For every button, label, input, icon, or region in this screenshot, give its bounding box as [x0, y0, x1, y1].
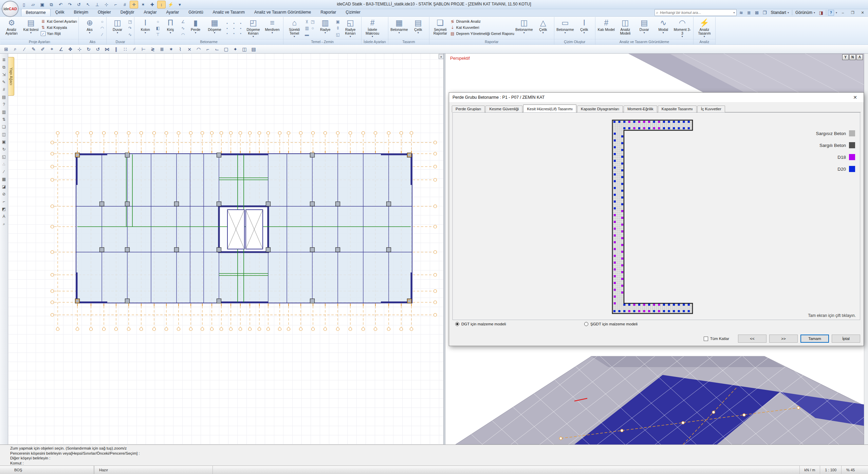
dimension-toggle-icon[interactable]: ↕ — [157, 1, 166, 8]
ribbon-mini-icon[interactable]: ○ — [310, 26, 315, 31]
restore-button[interactable]: ❐ — [849, 10, 857, 16]
paste-icon[interactable]: ◫ — [1, 132, 7, 137]
move-icon[interactable]: ✥ — [67, 46, 74, 53]
ribbon-button[interactable]: ▮ Perde ▾ — [186, 17, 205, 39]
status-zoom[interactable]: % 45 — [842, 466, 868, 474]
ribbon-mini-icon[interactable]: ∕ — [99, 32, 105, 37]
trim-icon[interactable]: ⌿ — [131, 46, 138, 53]
search-dropdown-icon[interactable]: ▾ — [734, 11, 735, 14]
menu-tab[interactable]: Araçlar — [139, 8, 161, 16]
find-icon[interactable]: ⌕ — [1, 221, 7, 226]
group-icon[interactable]: ◱ — [1, 154, 7, 159]
render-icon[interactable]: ◨ — [818, 10, 824, 16]
yapi-agaci-tab[interactable]: Yapı Ağacı — [8, 57, 14, 96]
save-all-icon[interactable]: ⧉ — [47, 1, 56, 8]
ribbon-button[interactable]: ◰ Döşeme Kenarı ▾ — [244, 17, 263, 39]
ribbon-mini-icon[interactable]: ⊻ — [304, 19, 310, 24]
ribbon-mini-icon[interactable]: ○ — [155, 19, 161, 24]
corner-button-filter[interactable]: Y — [842, 54, 849, 60]
monitor-icon[interactable]: ▤ — [250, 46, 257, 53]
snap-endpoint-icon[interactable]: ⊥ — [93, 1, 101, 8]
ribbon-mini-icon[interactable]: ▪ — [238, 32, 243, 35]
paint-icon[interactable]: ✦ — [232, 46, 239, 53]
ribbon-button[interactable]: Π Kiriş ▾ — [161, 17, 180, 39]
menu-tab[interactable]: Çizimler — [341, 8, 365, 16]
ribbon-mini-icon[interactable]: ◠ — [99, 26, 105, 31]
ribbon-mini-icon[interactable]: ◳ — [127, 19, 133, 24]
dialog-tab[interactable]: Moment-Eğrilik — [624, 106, 657, 112]
status-unit[interactable]: kN / m — [799, 466, 820, 474]
intersect-icon[interactable]: ⨯ — [186, 46, 193, 53]
ribbon-mini-icon[interactable]: ⊤ — [155, 32, 161, 37]
polyline-icon[interactable]: ⌙ — [214, 46, 220, 53]
ribbon-button[interactable]: ⊕ Aks ▾ — [80, 17, 99, 39]
prev-button[interactable]: << — [738, 335, 767, 343]
help-button[interactable]: ? — [828, 10, 834, 16]
qat-more-icon[interactable]: ▾ — [176, 1, 184, 8]
ribbon-mini-icon[interactable]: ⇕ — [335, 26, 340, 31]
ok-button[interactable]: Tamam — [800, 335, 829, 343]
rotate-icon[interactable]: ↻ — [85, 46, 92, 53]
ribbon-button[interactable]: ▭ Betonarme ▾ — [556, 17, 575, 39]
move-object-icon[interactable]: ⇲ — [1, 72, 7, 77]
analiz-ayarlari-button[interactable]: ⚙ Analiz Ayarları — [2, 17, 21, 39]
ribbon-button[interactable]: ◱ Radye Kenarı ▾ — [341, 17, 360, 39]
ribbon-button[interactable]: ◫ Analiz Modeli — [616, 17, 635, 39]
view-select[interactable]: Görünüm ▾ — [794, 10, 816, 15]
command-line-area[interactable]: Zum yapmak için objeleri seçin. (Sonland… — [0, 444, 868, 466]
ribbon-button[interactable]: ▥ Radye ▾ — [316, 17, 335, 39]
library-icon[interactable]: ▦ — [1, 176, 7, 182]
ribbon-button[interactable]: ▦ Betonarme ▾ — [390, 17, 409, 39]
storey-copy-icon[interactable]: ⇅ — [1, 117, 7, 122]
rotate-ref-icon[interactable]: ↺ — [94, 46, 101, 53]
ribbon-button[interactable]: △ Çelik ▾ — [534, 17, 553, 39]
vertical-scrollbar[interactable] — [864, 54, 868, 444]
polar-tracking-icon[interactable]: ✶ — [139, 1, 147, 8]
ribbon-mini-icon[interactable]: ▪ — [231, 32, 237, 35]
dialog-close-icon[interactable]: ✕ — [850, 93, 860, 101]
edit-object-icon[interactable]: ✎ — [1, 79, 7, 84]
menu-tab[interactable]: Değiştir — [116, 8, 139, 16]
command-search[interactable]: ⌕ ▾ — [654, 9, 737, 16]
layers-icon[interactable]: ≣ — [746, 10, 752, 16]
ribbon-button[interactable]: ▤ Çelik ▾ — [409, 17, 428, 39]
chamfer-icon[interactable]: ⌐ — [204, 46, 211, 53]
ribbon-small-button[interactable]: ≣ Kat Genel Ayarları — [41, 19, 77, 24]
extend-icon[interactable]: ⊢ — [140, 46, 147, 53]
select-group-icon[interactable]: ▣ — [1, 139, 7, 144]
dialog-tab[interactable]: Kapasite Diyagramları — [577, 106, 623, 112]
status-scale[interactable]: 1 : 100 — [820, 466, 842, 474]
yari-rijit-checkbox[interactable]: ✓ Yarı Rijit — [41, 31, 77, 36]
zoom-object-icon[interactable]: ⌕ — [12, 46, 19, 53]
help-dropdown-icon[interactable]: ▾ — [836, 11, 837, 14]
transform-icon[interactable]: ↻ — [1, 147, 7, 152]
ribbon-mini-icon[interactable]: ○ — [99, 19, 105, 24]
points-icon[interactable]: ∴ — [1, 162, 7, 167]
mirror-axis-icon[interactable]: ∥ — [113, 46, 119, 53]
select-window-icon[interactable]: ▢ — [223, 46, 229, 53]
ribbon-mini-icon[interactable]: ◳ — [310, 19, 315, 24]
slice-icon[interactable]: ∕ — [1, 169, 7, 174]
ribbon-mini-icon[interactable]: ▥ — [304, 26, 310, 31]
ribbon-mini-icon[interactable]: ∠ — [180, 19, 186, 24]
zoom-window-icon[interactable]: ⊞ — [3, 46, 10, 53]
corner-tool-icon[interactable]: ⌐ — [1, 199, 7, 204]
move-copy-icon[interactable]: ⊹ — [76, 46, 83, 53]
ribbon-small-button[interactable]: ≶ Dinamik Analiz — [450, 19, 514, 24]
ribbon-button[interactable]: ∿ Modal ▾ — [654, 17, 673, 39]
menu-tab[interactable]: Çelik — [51, 8, 69, 16]
ribbon-button[interactable]: # Katı Model — [597, 17, 616, 39]
ribbon-button[interactable]: ≡ Merdiven ▾ — [263, 17, 282, 39]
ribbon-mini-icon[interactable]: ▣ — [335, 19, 340, 24]
kat-listesi-button[interactable]: ▤ Kat listesi ▾ — [21, 17, 40, 39]
ribbon-small-button[interactable]: ⇣ Kat Kuvvetleri — [450, 25, 514, 30]
menu-tab[interactable]: Analiz ve Tasarım — [208, 8, 250, 16]
workspace-select[interactable]: Standart ▾ — [770, 10, 790, 15]
mirror-icon[interactable]: ⋈ — [104, 46, 110, 53]
ribbon-button[interactable]: ⌂ Sürekli Temel ▾ — [285, 17, 304, 39]
notes-icon[interactable]: ▥ — [1, 109, 7, 114]
select-pointer-icon[interactable]: ↖ — [84, 1, 92, 8]
ribbon-button[interactable]: ◫ Duvar ▾ — [108, 17, 127, 39]
menu-tab[interactable]: Ayarlar — [161, 8, 184, 16]
ribbon-mini-icon[interactable]: ▪ — [238, 26, 243, 30]
